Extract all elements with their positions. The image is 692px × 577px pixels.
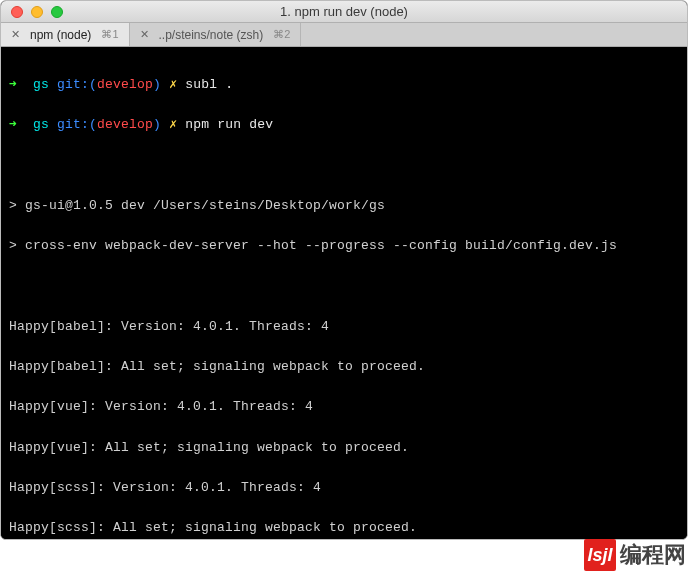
command-text: subl . <box>185 77 233 92</box>
output-line: Happy[scss]: All set; signaling webpack … <box>9 518 679 538</box>
prompt-arrow-icon: ➜ <box>9 117 17 132</box>
output-line: Happy[babel]: Version: 4.0.1. Threads: 4 <box>9 317 679 337</box>
terminal-window: 1. npm run dev (node) ✕ npm (node) ⌘1 ✕ … <box>0 0 688 540</box>
tabbar: ✕ npm (node) ⌘1 ✕ ..p/steins/note (zsh) … <box>1 23 687 47</box>
close-tab-icon[interactable]: ✕ <box>11 28 20 41</box>
tab-label: ..p/steins/note (zsh) <box>159 28 264 42</box>
watermark-text: 编程网 <box>620 540 686 570</box>
watermark: lsjl 编程网 <box>584 539 686 571</box>
close-icon[interactable] <box>11 6 23 18</box>
prompt-dir: gs <box>33 77 49 92</box>
tab-shortcut: ⌘2 <box>273 28 290 41</box>
watermark-logo-icon: lsjl <box>584 539 616 571</box>
tab-label: npm (node) <box>30 28 91 42</box>
tab-shortcut: ⌘1 <box>101 28 118 41</box>
tab-1[interactable]: ✕ npm (node) ⌘1 <box>1 23 130 46</box>
window-title: 1. npm run dev (node) <box>1 4 687 19</box>
output-line: > cross-env webpack-dev-server --hot --p… <box>9 236 679 256</box>
git-branch: develop <box>97 117 153 132</box>
blank-line <box>9 156 679 176</box>
output-line: Happy[scss]: Version: 4.0.1. Threads: 4 <box>9 478 679 498</box>
git-close: ) <box>153 77 161 92</box>
prompt-line: ➜ gs git:(develop) ✗ subl . <box>9 75 679 95</box>
output-line: Happy[vue]: All set; signaling webpack t… <box>9 438 679 458</box>
git-close: ) <box>153 117 161 132</box>
git-dirty-icon: ✗ <box>169 117 177 132</box>
titlebar[interactable]: 1. npm run dev (node) <box>1 1 687 23</box>
output-line: Happy[vue]: Version: 4.0.1. Threads: 4 <box>9 397 679 417</box>
output-line: > gs-ui@1.0.5 dev /Users/steins/Desktop/… <box>9 196 679 216</box>
prompt-line: ➜ gs git:(develop) ✗ npm run dev <box>9 115 679 135</box>
prompt-arrow-icon: ➜ <box>9 77 17 92</box>
zoom-icon[interactable] <box>51 6 63 18</box>
git-label: git:( <box>57 77 97 92</box>
blank-line <box>9 277 679 297</box>
traffic-lights <box>1 6 63 18</box>
output-line: Happy[babel]: All set; signaling webpack… <box>9 357 679 377</box>
command-text: npm run dev <box>185 117 273 132</box>
tab-2[interactable]: ✕ ..p/steins/note (zsh) ⌘2 <box>130 23 302 46</box>
close-tab-icon[interactable]: ✕ <box>140 28 149 41</box>
terminal-content[interactable]: ➜ gs git:(develop) ✗ subl . ➜ gs git:(de… <box>1 47 687 539</box>
git-dirty-icon: ✗ <box>169 77 177 92</box>
git-branch: develop <box>97 77 153 92</box>
git-label: git:( <box>57 117 97 132</box>
prompt-dir: gs <box>33 117 49 132</box>
minimize-icon[interactable] <box>31 6 43 18</box>
